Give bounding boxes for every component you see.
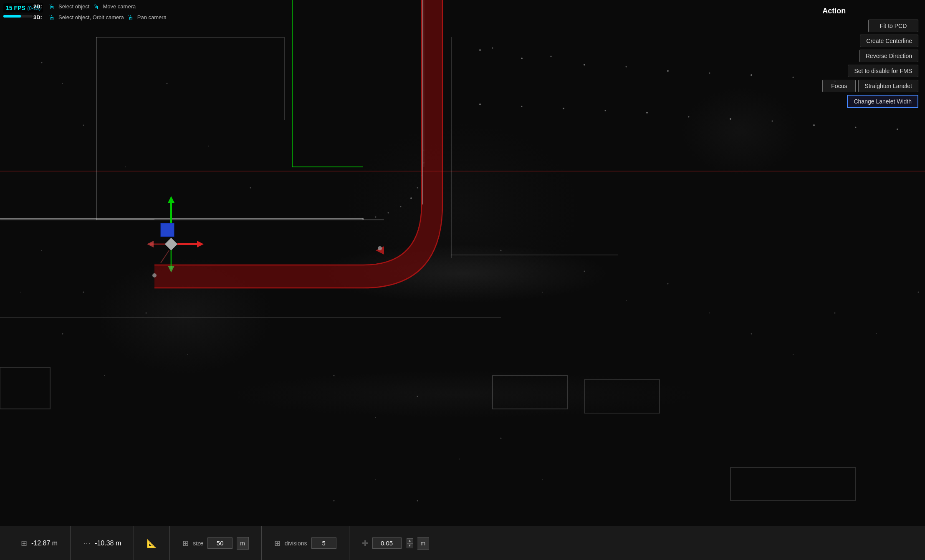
svg-marker-97 xyxy=(147,241,154,247)
svg-point-39 xyxy=(646,112,648,114)
ruler-section: 📐 xyxy=(134,526,170,560)
svg-point-54 xyxy=(83,292,84,293)
svg-point-80 xyxy=(459,459,460,459)
svg-point-37 xyxy=(563,108,564,109)
svg-marker-93 xyxy=(168,196,174,203)
svg-point-9 xyxy=(423,162,425,164)
svg-point-69 xyxy=(876,333,877,334)
svg-point-4 xyxy=(388,212,389,214)
svg-point-62 xyxy=(584,271,585,272)
svg-point-30 xyxy=(709,73,710,74)
change-lanelet-width-button[interactable]: Change Lanelet Width xyxy=(847,95,918,108)
svg-point-45 xyxy=(897,129,898,130)
svg-point-2 xyxy=(362,218,364,220)
svg-point-23 xyxy=(479,49,481,51)
svg-point-78 xyxy=(375,479,376,480)
set-disable-fms-button[interactable]: Set to disable for FMS xyxy=(848,65,918,77)
svg-marker-95 xyxy=(197,241,204,247)
instructions: 2D: 🖱 Select object 🖱 Move camera 3D: 🖱 … xyxy=(33,0,167,25)
svg-point-74 xyxy=(459,459,460,459)
svg-point-66 xyxy=(751,333,752,335)
select-obj-2d: Select object xyxy=(58,3,89,11)
svg-rect-86 xyxy=(493,376,568,409)
divisions-section: ⊞ divisions xyxy=(262,526,349,560)
svg-point-27 xyxy=(584,64,585,66)
svg-point-6 xyxy=(410,197,412,199)
precision-down-button[interactable]: ▼ xyxy=(407,543,413,548)
svg-point-57 xyxy=(104,375,105,376)
mode-2d-label: 2D: xyxy=(33,3,45,11)
svg-point-35 xyxy=(479,103,481,105)
svg-point-56 xyxy=(62,333,63,335)
svg-point-26 xyxy=(551,56,552,57)
svg-point-63 xyxy=(626,300,627,301)
svg-rect-18 xyxy=(96,37,97,220)
svg-point-38 xyxy=(605,110,606,111)
select-obj-3d: Select object, Orbit camera xyxy=(58,13,124,22)
divisions-input[interactable] xyxy=(311,537,336,549)
svg-point-84 xyxy=(378,246,382,250)
svg-point-70 xyxy=(918,292,919,293)
mouse-right-icon-2d: 🖱 xyxy=(93,2,99,13)
svg-point-10 xyxy=(423,150,425,151)
svg-point-75 xyxy=(500,438,502,439)
svg-rect-21 xyxy=(451,37,452,258)
svg-rect-17 xyxy=(96,37,284,38)
svg-point-47 xyxy=(62,83,63,84)
fit-to-pcd-button[interactable]: Fit to PCD xyxy=(868,20,918,32)
precision-input[interactable] xyxy=(372,537,402,549)
divisions-label: divisions xyxy=(285,540,307,547)
status-bar: ⊞ -12.87 m ⋯ -10.38 m 📐 ⊞ size m ⊞ divis… xyxy=(0,526,925,560)
reverse-direction-button[interactable]: Reverse Direction xyxy=(859,50,918,62)
svg-point-31 xyxy=(751,74,752,76)
svg-point-51 xyxy=(208,146,209,146)
focus-button[interactable]: Focus xyxy=(822,80,856,92)
viewport[interactable]: 15 FPS (0-15) 2D: 🖱 Select object 🖱 Move… xyxy=(0,0,925,526)
mode-3d-label: 3D: xyxy=(33,13,45,22)
svg-point-3 xyxy=(375,217,377,218)
svg-point-32 xyxy=(793,77,794,78)
straighten-lanelet-button[interactable]: Straighten Lanelet xyxy=(858,80,918,92)
svg-point-71 xyxy=(334,375,335,376)
svg-point-50 xyxy=(167,83,168,84)
precision-unit: m xyxy=(417,537,430,550)
svg-marker-13 xyxy=(376,246,384,255)
grid-icon-size: ⊞ xyxy=(182,539,189,548)
svg-marker-99 xyxy=(168,266,174,272)
ruler-icon: 📐 xyxy=(147,538,157,548)
svg-point-24 xyxy=(492,48,493,49)
size-input[interactable] xyxy=(207,537,233,549)
svg-point-73 xyxy=(417,396,418,397)
svg-point-28 xyxy=(626,66,627,68)
fps-value: 15 FPS xyxy=(6,5,25,11)
x-coordinate-section: ⊞ -12.87 m xyxy=(8,526,71,560)
svg-rect-0 xyxy=(0,219,363,220)
precision-section: ✛ ▲ ▼ m xyxy=(349,526,442,560)
svg-point-41 xyxy=(730,118,731,120)
svg-point-7 xyxy=(417,187,418,189)
svg-point-43 xyxy=(813,124,815,126)
svg-point-29 xyxy=(667,70,669,72)
svg-line-100 xyxy=(161,250,169,263)
svg-point-55 xyxy=(20,292,21,293)
fps-bar xyxy=(3,15,33,18)
create-centerline-button[interactable]: Create Centerline xyxy=(860,35,918,47)
svg-point-5 xyxy=(400,206,402,207)
action-btn-row-focus: Focus Straighten Lanelet xyxy=(822,80,918,92)
grid-icon-divisions: ⊞ xyxy=(274,539,281,548)
precision-up-button[interactable]: ▲ xyxy=(407,538,413,543)
svg-rect-19 xyxy=(96,219,154,220)
svg-point-77 xyxy=(334,500,335,502)
mouse-left-icon-3d: 🖱 xyxy=(48,13,55,23)
mouse-right-icon-3d: 🖱 xyxy=(127,13,134,23)
svg-point-68 xyxy=(834,313,836,314)
grid-icon-y: ⋯ xyxy=(83,539,91,548)
svg-point-59 xyxy=(187,354,188,355)
svg-point-79 xyxy=(417,500,418,502)
action-title: Action xyxy=(822,7,846,15)
svg-rect-20 xyxy=(284,37,285,120)
svg-rect-88 xyxy=(730,467,856,501)
svg-point-67 xyxy=(793,354,794,355)
svg-point-76 xyxy=(542,479,543,480)
svg-point-58 xyxy=(146,313,147,314)
